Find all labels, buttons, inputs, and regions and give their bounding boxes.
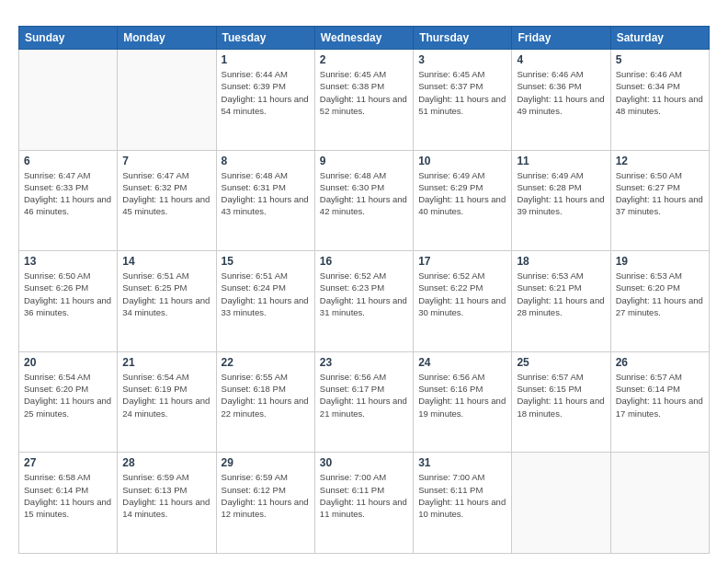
day-number: 27 [24, 456, 112, 469]
calendar-cell: 2Sunrise: 6:45 AMSunset: 6:38 PMDaylight… [314, 50, 413, 151]
calendar-cell: 5Sunrise: 6:46 AMSunset: 6:34 PMDaylight… [610, 50, 709, 151]
calendar-cell: 10Sunrise: 6:49 AMSunset: 6:29 PMDayligh… [414, 150, 512, 251]
day-number: 29 [222, 456, 310, 469]
calendar-cell: 25Sunrise: 6:57 AMSunset: 6:15 PMDayligh… [512, 351, 610, 453]
calendar-cell: 12Sunrise: 6:50 AMSunset: 6:27 PMDayligh… [610, 150, 709, 251]
calendar-cell: 16Sunrise: 6:52 AMSunset: 6:23 PMDayligh… [314, 251, 413, 352]
weekday-header-saturday: Saturday [610, 27, 709, 50]
week-row-4: 20Sunrise: 6:54 AMSunset: 6:20 PMDayligh… [19, 351, 710, 453]
day-info: Sunrise: 6:51 AMSunset: 6:24 PMDaylight:… [222, 270, 310, 318]
day-number: 16 [320, 255, 408, 268]
day-number: 6 [24, 155, 112, 167]
day-info: Sunrise: 6:57 AMSunset: 6:15 PMDaylight:… [517, 371, 605, 419]
day-info: Sunrise: 6:45 AMSunset: 6:38 PMDaylight:… [320, 68, 408, 117]
day-info: Sunrise: 6:59 AMSunset: 6:13 PMDaylight:… [122, 471, 210, 520]
day-info: Sunrise: 7:00 AMSunset: 6:11 PMDaylight:… [320, 471, 408, 520]
day-number: 11 [517, 155, 605, 167]
week-row-5: 27Sunrise: 6:58 AMSunset: 6:14 PMDayligh… [19, 453, 710, 554]
day-info: Sunrise: 6:58 AMSunset: 6:14 PMDaylight:… [24, 471, 112, 520]
calendar-cell: 31Sunrise: 7:00 AMSunset: 6:11 PMDayligh… [414, 453, 512, 554]
day-info: Sunrise: 6:46 AMSunset: 6:34 PMDaylight:… [616, 68, 704, 117]
day-info: Sunrise: 6:50 AMSunset: 6:27 PMDaylight:… [616, 169, 704, 218]
day-number: 17 [418, 255, 506, 268]
day-info: Sunrise: 6:56 AMSunset: 6:16 PMDaylight:… [418, 371, 506, 419]
day-info: Sunrise: 6:53 AMSunset: 6:20 PMDaylight:… [616, 270, 704, 318]
day-number: 4 [517, 53, 605, 66]
calendar-cell: 14Sunrise: 6:51 AMSunset: 6:25 PMDayligh… [118, 251, 216, 352]
day-number: 15 [222, 255, 310, 268]
calendar-cell [512, 453, 610, 554]
day-number: 19 [616, 255, 704, 268]
weekday-header-wednesday: Wednesday [314, 27, 413, 50]
calendar-cell: 9Sunrise: 6:48 AMSunset: 6:30 PMDaylight… [314, 150, 413, 251]
day-number: 31 [418, 456, 506, 469]
day-number: 30 [320, 456, 408, 469]
day-info: Sunrise: 6:54 AMSunset: 6:19 PMDaylight:… [122, 371, 210, 419]
calendar-cell: 7Sunrise: 6:47 AMSunset: 6:32 PMDaylight… [118, 150, 216, 251]
day-number: 2 [320, 53, 408, 66]
day-number: 12 [616, 155, 704, 167]
week-row-1: 1Sunrise: 6:44 AMSunset: 6:39 PMDaylight… [19, 50, 710, 151]
calendar-table: SundayMondayTuesdayWednesdayThursdayFrid… [18, 26, 710, 554]
weekday-header-row: SundayMondayTuesdayWednesdayThursdayFrid… [19, 27, 710, 50]
calendar-cell: 6Sunrise: 6:47 AMSunset: 6:33 PMDaylight… [19, 150, 118, 251]
day-info: Sunrise: 6:46 AMSunset: 6:36 PMDaylight:… [517, 68, 605, 117]
calendar-cell: 17Sunrise: 6:52 AMSunset: 6:22 PMDayligh… [414, 251, 512, 352]
day-number: 24 [418, 356, 506, 369]
day-info: Sunrise: 6:52 AMSunset: 6:22 PMDaylight:… [418, 270, 506, 318]
calendar-cell [118, 50, 216, 151]
day-number: 26 [616, 356, 704, 369]
calendar-cell: 24Sunrise: 6:56 AMSunset: 6:16 PMDayligh… [414, 351, 512, 453]
day-number: 8 [222, 155, 310, 167]
calendar-cell: 23Sunrise: 6:56 AMSunset: 6:17 PMDayligh… [314, 351, 413, 453]
day-info: Sunrise: 6:51 AMSunset: 6:25 PMDaylight:… [122, 270, 210, 318]
day-info: Sunrise: 6:54 AMSunset: 6:20 PMDaylight:… [24, 371, 112, 419]
weekday-header-monday: Monday [118, 27, 216, 50]
day-info: Sunrise: 6:49 AMSunset: 6:29 PMDaylight:… [418, 169, 506, 218]
day-number: 21 [122, 356, 210, 369]
day-info: Sunrise: 6:44 AMSunset: 6:39 PMDaylight:… [222, 68, 310, 117]
day-number: 9 [320, 155, 408, 167]
day-info: Sunrise: 6:50 AMSunset: 6:26 PMDaylight:… [24, 270, 112, 318]
day-number: 18 [517, 255, 605, 268]
day-number: 14 [122, 255, 210, 268]
calendar-cell: 8Sunrise: 6:48 AMSunset: 6:31 PMDaylight… [216, 150, 314, 251]
day-info: Sunrise: 6:59 AMSunset: 6:12 PMDaylight:… [222, 471, 310, 520]
calendar-cell: 15Sunrise: 6:51 AMSunset: 6:24 PMDayligh… [216, 251, 314, 352]
day-info: Sunrise: 6:52 AMSunset: 6:23 PMDaylight:… [320, 270, 408, 318]
calendar-cell: 13Sunrise: 6:50 AMSunset: 6:26 PMDayligh… [19, 251, 118, 352]
day-info: Sunrise: 6:45 AMSunset: 6:37 PMDaylight:… [418, 68, 506, 117]
day-info: Sunrise: 6:53 AMSunset: 6:21 PMDaylight:… [517, 270, 605, 318]
week-row-2: 6Sunrise: 6:47 AMSunset: 6:33 PMDaylight… [19, 150, 710, 251]
calendar-cell: 4Sunrise: 6:46 AMSunset: 6:36 PMDaylight… [512, 50, 610, 151]
day-info: Sunrise: 6:55 AMSunset: 6:18 PMDaylight:… [222, 371, 310, 419]
day-number: 7 [122, 155, 210, 167]
calendar-cell: 27Sunrise: 6:58 AMSunset: 6:14 PMDayligh… [19, 453, 118, 554]
calendar-cell: 26Sunrise: 6:57 AMSunset: 6:14 PMDayligh… [610, 351, 709, 453]
weekday-header-thursday: Thursday [414, 27, 512, 50]
day-number: 5 [616, 53, 704, 66]
day-info: Sunrise: 6:57 AMSunset: 6:14 PMDaylight:… [616, 371, 704, 419]
calendar-cell [19, 50, 118, 151]
calendar-cell: 28Sunrise: 6:59 AMSunset: 6:13 PMDayligh… [118, 453, 216, 554]
calendar-cell: 3Sunrise: 6:45 AMSunset: 6:37 PMDaylight… [414, 50, 512, 151]
weekday-header-tuesday: Tuesday [216, 27, 314, 50]
day-info: Sunrise: 6:48 AMSunset: 6:31 PMDaylight:… [222, 169, 310, 218]
day-number: 13 [24, 255, 112, 268]
calendar-cell: 20Sunrise: 6:54 AMSunset: 6:20 PMDayligh… [19, 351, 118, 453]
day-info: Sunrise: 6:56 AMSunset: 6:17 PMDaylight:… [320, 371, 408, 419]
calendar-cell: 22Sunrise: 6:55 AMSunset: 6:18 PMDayligh… [216, 351, 314, 453]
day-number: 23 [320, 356, 408, 369]
week-row-3: 13Sunrise: 6:50 AMSunset: 6:26 PMDayligh… [19, 251, 710, 352]
day-info: Sunrise: 7:00 AMSunset: 6:11 PMDaylight:… [418, 471, 506, 520]
calendar-cell [610, 453, 709, 554]
calendar-cell: 11Sunrise: 6:49 AMSunset: 6:28 PMDayligh… [512, 150, 610, 251]
day-number: 20 [24, 356, 112, 369]
day-info: Sunrise: 6:48 AMSunset: 6:30 PMDaylight:… [320, 169, 408, 218]
day-number: 10 [418, 155, 506, 167]
weekday-header-friday: Friday [512, 27, 610, 50]
calendar-cell: 19Sunrise: 6:53 AMSunset: 6:20 PMDayligh… [610, 251, 709, 352]
weekday-header-sunday: Sunday [19, 27, 118, 50]
day-number: 28 [122, 456, 210, 469]
day-info: Sunrise: 6:47 AMSunset: 6:32 PMDaylight:… [122, 169, 210, 218]
